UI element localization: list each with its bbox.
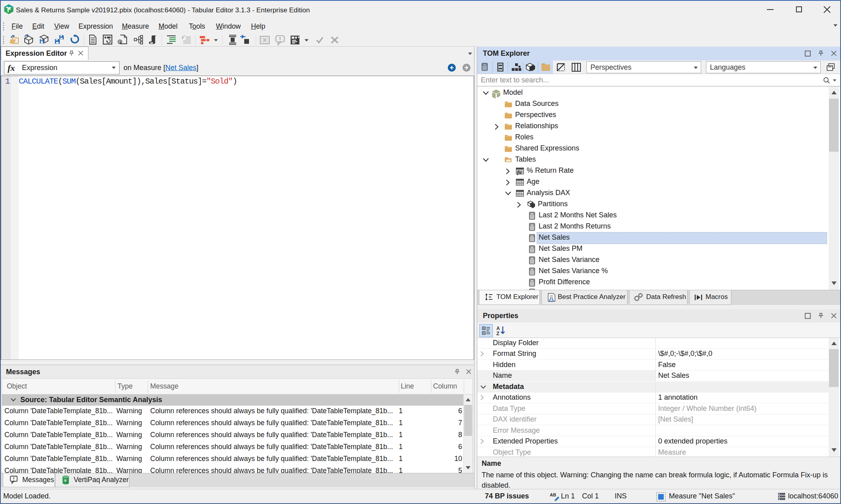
svg-text:AB: AB xyxy=(550,492,556,497)
svg-text:Z: Z xyxy=(496,331,499,336)
svg-text:A: A xyxy=(496,326,500,331)
